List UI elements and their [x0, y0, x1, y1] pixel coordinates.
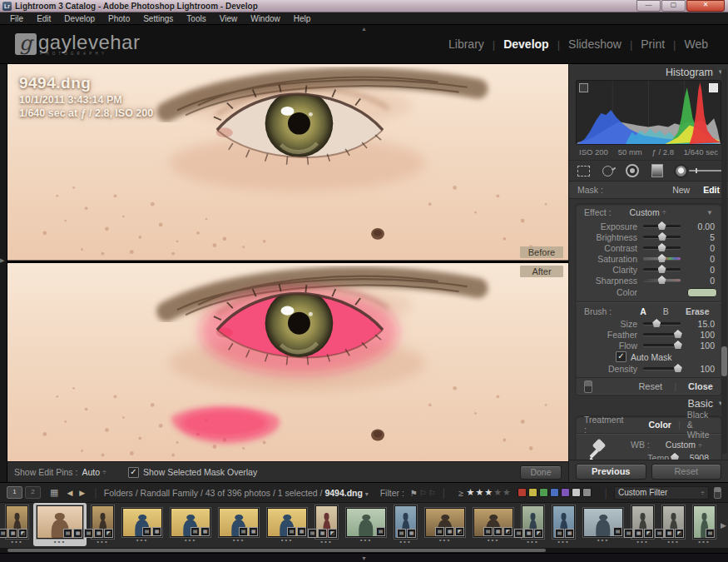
color-label-chip[interactable]	[539, 488, 548, 497]
thumbnail-badge-icon[interactable]: ▦	[524, 529, 533, 538]
thumbnail-badge-icon[interactable]: ▤	[376, 527, 385, 536]
thumbnail-badge-icon[interactable]: ◩	[455, 527, 464, 536]
thumbnail-photo[interactable]: ▤▦◩	[425, 508, 465, 537]
filmstrip-thumbnail[interactable]: ▤▦•••	[215, 505, 262, 545]
main-window-button[interactable]: 1	[7, 486, 22, 499]
brush-a-button[interactable]: A	[640, 306, 646, 316]
graduated-filter-icon[interactable]	[651, 164, 663, 177]
slider-track[interactable]	[643, 257, 681, 260]
histogram-header[interactable]: Histogram ▼	[569, 64, 728, 80]
thumbnail-photo[interactable]: ▤▦	[37, 505, 83, 539]
filmstrip-thumbnail[interactable]: ▤▦•••	[391, 503, 420, 546]
thumbnail-badge-icon[interactable]: ◩	[534, 529, 543, 538]
maximize-button[interactable]: ▢	[661, 0, 686, 12]
filmstrip-thumbnail[interactable]: ▤▦◩•••	[659, 503, 688, 546]
thumbnail-badge-icon[interactable]: ▦	[445, 527, 454, 536]
thumbnail-badge-icon[interactable]: ◩	[328, 529, 337, 538]
star-filter-icon[interactable]: ★	[503, 487, 511, 497]
flag-filter-icon[interactable]: ⚐	[419, 489, 427, 498]
slider-track[interactable]	[643, 268, 681, 271]
filter-toggle-icon[interactable]	[714, 487, 721, 499]
filmstrip-thumbnail[interactable]: ▤▦◩•••	[628, 503, 657, 546]
thumbnail-badge-icon[interactable]: ▦	[634, 529, 643, 538]
red-eye-correction-icon[interactable]	[626, 164, 639, 177]
auto-mask-checkbox[interactable]: ✓	[616, 351, 626, 362]
thumbnail-badge-icon[interactable]: ▤	[514, 529, 523, 538]
thumbnail-badge-icon[interactable]: ◩	[18, 529, 27, 538]
previous-button[interactable]: Previous	[576, 464, 646, 480]
slider-thumb[interactable]	[658, 243, 666, 251]
thumbnail-badge-icon[interactable]: ▤	[287, 527, 296, 536]
slider-thumb[interactable]	[658, 232, 666, 241]
reset-button[interactable]: Reset	[651, 464, 722, 480]
menu-develop[interactable]: Develop	[57, 14, 102, 23]
filter-preset-dropdown[interactable]: Custom Filter÷	[614, 486, 709, 500]
minimize-button[interactable]: —	[636, 0, 661, 12]
thumbnail-badge-icon[interactable]: ◩	[675, 529, 684, 538]
thumbnail-photo[interactable]: ▤▦	[267, 508, 307, 537]
star-filter-icon[interactable]: ★	[484, 487, 493, 497]
color-label-chip[interactable]	[561, 488, 570, 497]
slider-track[interactable]	[643, 279, 681, 281]
brush-close-button[interactable]: Close	[688, 381, 713, 391]
thumbnail-badge-icon[interactable]: ▦	[318, 529, 327, 538]
thumbnail-photo[interactable]: ▤▦	[122, 508, 162, 537]
sharpness-slider[interactable]: Sharpness0	[576, 275, 721, 286]
slider-thumb[interactable]	[652, 319, 661, 327]
star-filter-operator[interactable]: ≥	[458, 488, 463, 498]
thumbnail-badge-icon[interactable]: ▤	[84, 529, 93, 538]
menu-edit[interactable]: Edit	[30, 14, 57, 23]
density-slider[interactable]: Density100	[576, 363, 721, 374]
slider-thumb[interactable]	[674, 364, 682, 372]
thumbnail-badge-icon[interactable]: ▦	[665, 529, 674, 538]
filmstrip-thumbnail[interactable]: ▤▦•••	[549, 503, 578, 546]
thumbnail-badge-icon[interactable]: ▦	[152, 527, 161, 536]
thumbnail-photo[interactable]: ▤	[583, 508, 623, 537]
exposure-slider[interactable]: Exposure0.00	[576, 221, 721, 231]
thumbnail-badge-icon[interactable]: ▤	[555, 529, 564, 538]
crop-overlay-icon[interactable]	[577, 166, 590, 177]
menu-help[interactable]: Help	[287, 14, 318, 23]
thumbnail-photo[interactable]: ▤▦◩	[473, 508, 513, 537]
thumbnail-badge-icon[interactable]: ▦	[493, 527, 503, 536]
saturation-slider[interactable]: Saturation0	[576, 253, 721, 264]
thumbnail-badge-icon[interactable]: ▤	[308, 529, 317, 538]
thumbnail-badge-icon[interactable]: ▤	[435, 527, 444, 536]
star-filter-icon[interactable]: ★	[467, 487, 475, 497]
brightness-slider[interactable]: Brightness5	[576, 231, 721, 242]
flag-filter-icon[interactable]: ⚐	[428, 489, 436, 498]
brush-erase-button[interactable]: Erase	[686, 306, 710, 316]
filmstrip-thumbnail[interactable]: ▤▦•••	[264, 505, 310, 545]
grid-view-icon[interactable]: ▦	[50, 487, 58, 498]
after-pane[interactable]: After	[7, 263, 568, 462]
thumbnail-photo[interactable]: ▤▦	[394, 505, 417, 539]
menu-file[interactable]: File	[3, 14, 30, 23]
panel-switch-icon[interactable]	[584, 380, 592, 393]
slider-thumb[interactable]	[674, 341, 682, 349]
thumbnail-badge-icon[interactable]: ▦	[297, 527, 306, 536]
breadcrumb[interactable]: Folders / Randall Family / 43 of 396 pho…	[104, 488, 369, 498]
slider-track[interactable]	[643, 344, 681, 346]
contrast-slider[interactable]: Contrast0	[576, 242, 721, 253]
adjustment-brush-icon[interactable]	[676, 166, 697, 177]
highlight-clipping-indicator[interactable]	[709, 83, 718, 92]
slider-thumb[interactable]	[658, 221, 666, 230]
filmstrip-thumbnail[interactable]: ▤▦◩•••	[312, 503, 341, 546]
mask-overlay-label[interactable]: Show Selected Mask Overlay	[143, 467, 257, 477]
module-library[interactable]: Library	[440, 37, 493, 51]
treatment-bw-button[interactable]: Black & White	[687, 410, 713, 440]
filmstrip-thumbnail[interactable]: ▤▦•••	[167, 505, 214, 545]
filmstrip-thumbnail[interactable]: ▤•••	[580, 505, 626, 545]
thumbnail-badge-icon[interactable]: ▤	[63, 529, 72, 538]
slider-track[interactable]	[643, 333, 681, 336]
module-slideshow[interactable]: Slideshow	[560, 37, 630, 51]
thumbnail-photo[interactable]: ▤▦◩	[662, 505, 685, 539]
top-panel-collapse-icon[interactable]: ▲	[361, 26, 367, 32]
thumbnail-badge-icon[interactable]: ▤	[142, 527, 151, 536]
thumbnail-badge-icon[interactable]: ▦	[73, 529, 82, 538]
thumbnail-photo[interactable]: ▤▦◩	[6, 505, 28, 539]
left-panel-collapse[interactable]: ▶	[0, 64, 7, 482]
thumbnail-badge-icon[interactable]: ▦	[565, 529, 574, 538]
color-label-chip[interactable]	[550, 488, 559, 497]
filmstrip-thumbnail[interactable]: ▤▦◩•••	[88, 503, 117, 546]
